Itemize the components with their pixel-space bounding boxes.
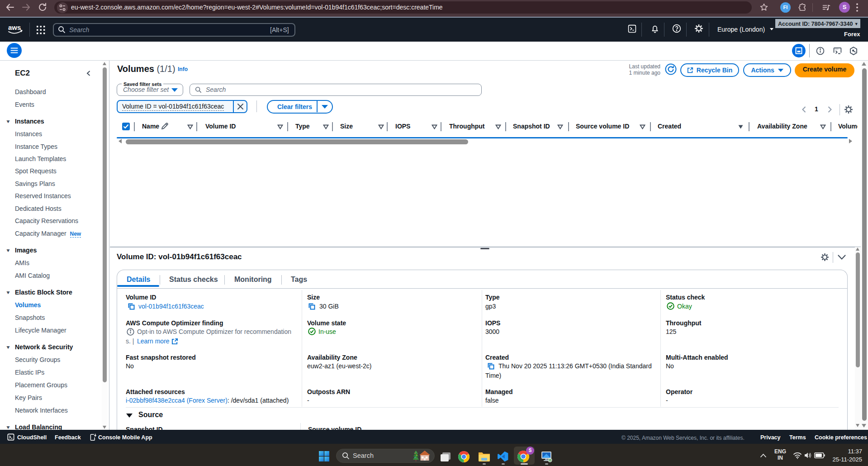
- svg-text:aws: aws: [8, 24, 21, 31]
